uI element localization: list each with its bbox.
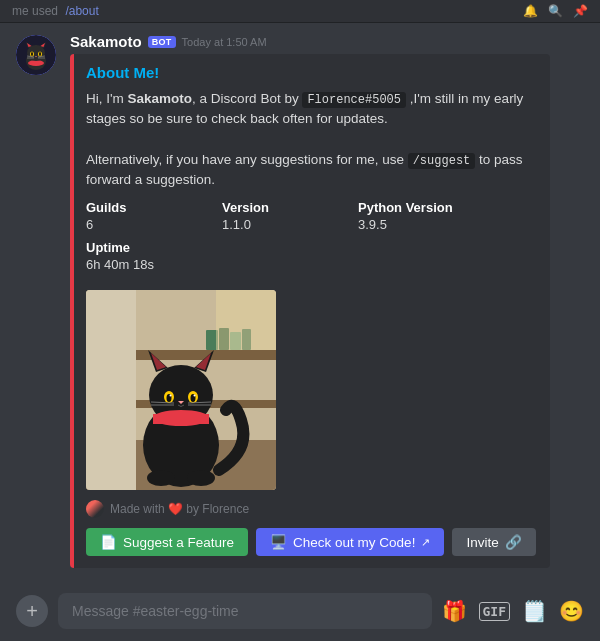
timestamp: Today at 1:50 AM — [182, 36, 267, 48]
field-version: Version 1.1.0 — [222, 200, 342, 232]
suggest-cmd: /suggest — [408, 153, 476, 169]
bot-name-inline: Sakamoto — [128, 91, 193, 106]
embed-image — [86, 290, 276, 490]
embed-buttons: 📄 Suggest a Feature 🖥️ Check out my Code… — [86, 528, 538, 556]
svg-point-46 — [147, 470, 175, 486]
embed-footer-text: Made with ❤️ by Florence — [110, 502, 249, 516]
embed-title: About Me! — [86, 64, 538, 81]
gif-icon[interactable]: GIF — [479, 602, 510, 621]
chat-area: Sakamoto BOT Today at 1:50 AM About Me! … — [0, 23, 600, 585]
field-guilds: Guilds 6 — [86, 200, 206, 232]
suggest-feature-button[interactable]: 📄 Suggest a Feature — [86, 528, 248, 556]
svg-point-11 — [39, 52, 41, 56]
sticker-icon[interactable]: 🗒️ — [522, 599, 547, 623]
username: Sakamoto — [70, 33, 142, 50]
invite-label: Invite — [466, 535, 498, 550]
svg-point-3 — [27, 45, 45, 61]
add-button[interactable]: + — [16, 595, 48, 627]
svg-point-39 — [170, 395, 172, 397]
top-bar: me used /about 🔔 🔍 📌 — [0, 0, 600, 23]
embed-description: Hi, I'm Sakamoto, a Discord Bot by Flore… — [86, 89, 538, 190]
field-uptime: Uptime 6h 40m 18s — [86, 240, 206, 272]
emoji-icon[interactable]: 😊 — [559, 599, 584, 623]
code-icon: 🖥️ — [270, 534, 287, 550]
embed-footer-avatar — [86, 500, 104, 518]
top-bar-icons: 🔔 🔍 📌 — [523, 4, 588, 18]
svg-point-40 — [194, 395, 196, 397]
external-link-icon: ↗ — [421, 536, 430, 549]
invite-icon: 🔗 — [505, 534, 522, 550]
used-command-label: me used /about — [12, 4, 99, 18]
message-row: Sakamoto BOT Today at 1:50 AM About Me! … — [16, 33, 584, 568]
message-header: Sakamoto BOT Today at 1:50 AM — [70, 33, 584, 50]
gift-icon[interactable]: 🎁 — [442, 599, 467, 623]
input-bar: + Message #easter-egg-time 🎁 GIF 🗒️ 😊 — [0, 585, 600, 641]
embed: About Me! Hi, I'm Sakamoto, a Discord Bo… — [70, 54, 550, 568]
field-python-version: Python Version 3.9.5 — [358, 200, 478, 232]
avatar — [16, 35, 56, 75]
code-label: Check out my Code! — [293, 535, 415, 550]
bell-icon[interactable]: 🔔 — [523, 4, 538, 18]
svg-rect-19 — [86, 290, 136, 490]
input-icons: 🎁 GIF 🗒️ 😊 — [442, 599, 584, 623]
suggest-label: Suggest a Feature — [123, 535, 234, 550]
svg-point-47 — [187, 470, 215, 486]
search-icon[interactable]: 🔍 — [548, 4, 563, 18]
invite-button[interactable]: Invite 🔗 — [452, 528, 535, 556]
input-placeholder: Message #easter-egg-time — [72, 603, 239, 619]
check-code-button[interactable]: 🖥️ Check out my Code! ↗ — [256, 528, 444, 556]
author-tag: Florence#5005 — [302, 92, 406, 108]
svg-point-10 — [31, 52, 33, 56]
svg-rect-34 — [153, 414, 209, 424]
suggest-icon: 📄 — [100, 534, 117, 550]
command-name: /about — [65, 4, 98, 18]
embed-fields: Guilds 6 Version 1.1.0 Python Version 3.… — [86, 200, 538, 280]
svg-rect-26 — [216, 290, 276, 350]
bot-badge: BOT — [148, 36, 176, 48]
message-content: Sakamoto BOT Today at 1:50 AM About Me! … — [70, 33, 584, 568]
pin-icon[interactable]: 📌 — [573, 4, 588, 18]
message-input[interactable]: Message #easter-egg-time — [58, 593, 432, 629]
embed-footer: Made with ❤️ by Florence — [86, 500, 538, 518]
